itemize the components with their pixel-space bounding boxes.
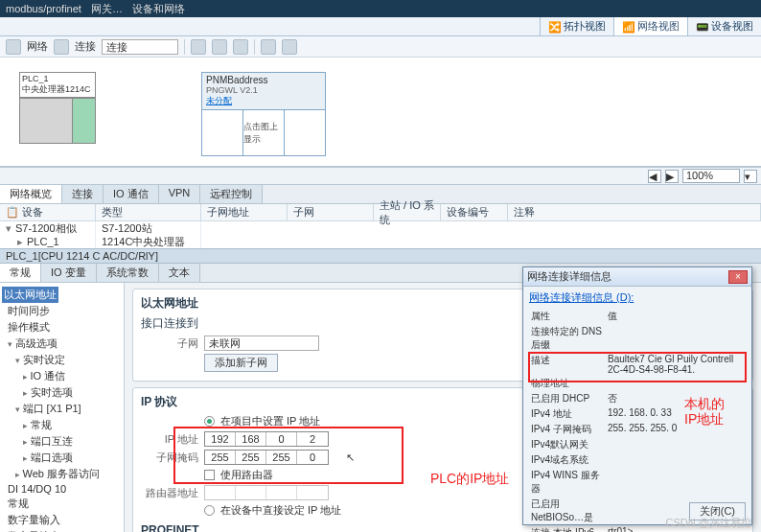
tool-icon[interactable]: [261, 39, 276, 55]
tree-item[interactable]: IO 通信: [2, 368, 122, 384]
zoom-strip: ◀ ▶ 100% ▾: [0, 168, 761, 185]
router-address-input: [204, 485, 329, 500]
tree-item[interactable]: 端口 [X1 P1]: [2, 401, 122, 417]
cursor-icon: ↖: [346, 451, 355, 464]
node-gsd-title: PNMBaddress: [206, 75, 321, 85]
tree-item[interactable]: 端口互连: [2, 433, 122, 450]
tab-device-label: 设备视图: [711, 19, 753, 34]
tab-net-overview[interactable]: 网络概览: [0, 185, 62, 203]
tree-item[interactable]: 数字量输入: [2, 512, 122, 528]
title-seg-3: 设备和网络: [132, 2, 185, 16]
dialog-details-link[interactable]: 网络连接详细信息 (D):: [529, 291, 634, 303]
detail-row: IPv4 WINS 服务器: [529, 468, 746, 497]
detail-row: 属性值: [529, 309, 746, 324]
tool-connections-label[interactable]: 连接: [75, 39, 96, 54]
inspector-title: PLC_1[CPU 1214 C AC/DC/RlY]: [0, 248, 761, 264]
label-subnet: 子网: [141, 336, 198, 351]
tab-topology-label: 拓扑视图: [564, 19, 606, 34]
tool-icon[interactable]: [6, 39, 21, 55]
detail-row: 连接特定的 DNS 后缀: [529, 324, 746, 353]
node-gsd-assign-link[interactable]: 未分配: [206, 96, 232, 105]
tab-vpn[interactable]: VPN: [159, 185, 201, 203]
detail-row: 描述Baultek7 Cie Gl Puily Contrell 2C-4D-S…: [529, 353, 746, 376]
subnet-mask-input[interactable]: 2552552550: [204, 450, 329, 465]
tree-item[interactable]: 实时设定: [2, 352, 122, 368]
annotation-plc-ip: PLC的IP地址: [430, 471, 509, 488]
close-icon[interactable]: ×: [728, 270, 748, 284]
tab-network-view[interactable]: 📶网络视图: [613, 17, 687, 35]
zoom-next-icon[interactable]: ▶: [665, 170, 679, 183]
node-gsd-subtitle: PNGWL V2.1: [206, 85, 321, 95]
tree-item[interactable]: DI 14/DQ 10: [2, 482, 122, 496]
dialog-title: 网络连接详细信息: [527, 269, 611, 284]
subnet-dropdown[interactable]: 未联网: [204, 335, 319, 351]
detail-row: IPv4域名系统: [529, 452, 746, 468]
ip-address-input[interactable]: 19216802: [204, 431, 329, 447]
tree-item[interactable]: 操作模式: [2, 319, 122, 335]
tool-icon[interactable]: [282, 39, 297, 55]
radio-label: 在设备中直接设定 IP 地址: [220, 503, 341, 518]
view-tab-bar: 🔀拓扑视图 📶网络视图 📟设备视图: [0, 17, 761, 36]
tool-network-label[interactable]: 网络: [27, 39, 48, 54]
tab-texts[interactable]: 文本: [159, 264, 200, 282]
zoom-prev-icon[interactable]: ◀: [648, 170, 661, 183]
detail-row: 物理地址: [529, 376, 746, 391]
tab-io-vars[interactable]: IO 变量: [41, 264, 97, 282]
tab-general[interactable]: 常规: [0, 264, 41, 282]
node-gsd-header: PNMBaddress PNGWL V2.1 未分配: [201, 72, 326, 110]
node-plc[interactable]: PLC_1中央处理器1214C: [19, 72, 96, 144]
title-seg-2: 网关…: [91, 2, 123, 16]
checkbox-icon[interactable]: [204, 470, 215, 480]
node-gsd[interactable]: PNMBaddress PNGWL V2.1 未分配 点击图上显示: [201, 72, 326, 156]
tree-item[interactable]: Web 服务器访问: [2, 466, 122, 482]
node-plc-body[interactable]: [19, 98, 96, 144]
tree-item[interactable]: 高级选项: [2, 335, 122, 352]
network-canvas[interactable]: PLC_1中央处理器1214C PNMBaddress PNGWL V2.1 未…: [0, 58, 761, 168]
radio-label: 在项目中设置 IP 地址: [220, 414, 320, 428]
inspector-tree[interactable]: 以太网地址 时间同步操作模式高级选项实时设定IO 通信实时选项端口 [X1 P1…: [0, 283, 125, 532]
canvas-toolbar: 网络 连接 连接: [0, 36, 761, 58]
tab-io-comm[interactable]: IO 通信: [104, 185, 159, 203]
topology-icon: 🔀: [548, 21, 560, 33]
tab-sys-const[interactable]: 系统常数: [97, 264, 159, 282]
connection-type-dropdown[interactable]: 连接: [102, 39, 178, 55]
tool-icon[interactable]: [191, 39, 206, 55]
table-row[interactable]: ▾S7-1200相似 S7-1200站: [0, 221, 761, 235]
network-icon: 📶: [622, 21, 634, 33]
network-details-dialog[interactable]: 网络连接详细信息 × 网络连接详细信息 (D): 属性值连接特定的 DNS 后缀…: [522, 266, 752, 525]
app-titlebar: modbus/profinet 网关… 设备和网络: [0, 0, 761, 17]
zoom-dropdown-icon[interactable]: ▾: [744, 170, 757, 183]
watermark: CSDN @兴达易控: [666, 516, 751, 530]
separator: [254, 39, 255, 55]
tree-item-ethernet[interactable]: 以太网地址: [2, 287, 58, 303]
annotation-host-ip: 本机的 IP地址: [684, 396, 725, 427]
radio-icon[interactable]: [204, 416, 215, 427]
detail-row: IPv4默认网关: [529, 437, 746, 452]
table-row[interactable]: ▸PLC_1 1214C中央处理器: [0, 235, 761, 248]
overview-columns: 📋设备 类型 子网地址 子网 主站 / IO 系统 设备编号 注释: [0, 204, 761, 221]
node-gsd-body[interactable]: 点击图上显示: [201, 110, 326, 156]
tool-icon[interactable]: [212, 39, 227, 55]
tool-icon[interactable]: [233, 39, 248, 55]
title-seg-1: modbus/profinet: [6, 3, 81, 14]
zoom-level-input[interactable]: 100%: [682, 169, 740, 183]
tab-topology-view[interactable]: 🔀拓扑视图: [540, 17, 613, 35]
network-overview-panel: 网络概览 连接 IO 通信 VPN 远程控制 📋设备 类型 子网地址 子网 主站…: [0, 185, 761, 248]
tab-device-view[interactable]: 📟设备视图: [687, 17, 761, 35]
add-subnet-button[interactable]: 添加新子网: [204, 354, 278, 372]
device-icon: 📟: [696, 21, 707, 33]
tool-icon[interactable]: [54, 39, 69, 55]
tree-item[interactable]: 端口选项: [2, 450, 122, 466]
tree-item[interactable]: 实时选项: [2, 384, 122, 401]
tree-item[interactable]: 常规: [2, 417, 122, 433]
tab-network-label: 网络视图: [637, 19, 680, 34]
tree-item[interactable]: 时间同步: [2, 303, 122, 319]
dialog-titlebar[interactable]: 网络连接详细信息 ×: [523, 267, 751, 287]
radio-icon[interactable]: [204, 505, 215, 516]
node-plc-label: PLC_1中央处理器1214C: [19, 72, 96, 98]
tree-item[interactable]: 数字量输出: [2, 528, 122, 532]
overview-rows: ▾S7-1200相似 S7-1200站 ▸PLC_1 1214C中央处理器 ▾G…: [0, 221, 761, 248]
tab-remote[interactable]: 远程控制: [200, 185, 263, 203]
tree-item[interactable]: 常规: [2, 496, 122, 512]
tab-connections[interactable]: 连接: [62, 185, 104, 203]
